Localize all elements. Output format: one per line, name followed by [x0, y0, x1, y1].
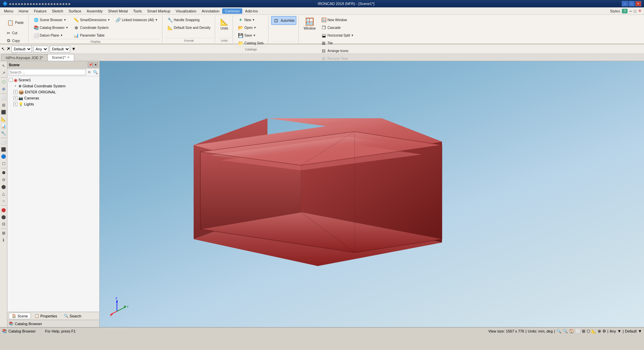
coordinate-system-button[interactable]: ⊕ Coordinate System: [71, 24, 112, 31]
tab-scene1[interactable]: Scene1* ✕: [47, 54, 74, 61]
sidebar-icon-2[interactable]: ↗: [0, 70, 7, 76]
window-button[interactable]: 🪟 Window: [301, 16, 318, 31]
tab-scene1-close[interactable]: ✕: [67, 56, 70, 59]
scene-browser-button[interactable]: 🌐 Scene Browser ▼: [31, 16, 71, 24]
maximize-button[interactable]: □: [629, 1, 635, 6]
sidebar-icon-24[interactable]: ℹ: [0, 237, 7, 244]
sidebar-icon-22[interactable]: ⊟: [0, 221, 7, 227]
menu-item-annotation[interactable]: Annotation: [199, 8, 222, 14]
cascade-button[interactable]: ❐ Cascade: [319, 24, 356, 31]
smart-dimensions-button[interactable]: 📏 SmartDimensions ▼: [71, 16, 112, 24]
close-button[interactable]: ✕: [635, 1, 641, 6]
tree-item-cameras[interactable]: + 📷 Cameras: [7, 95, 99, 101]
toolbar-icon-2[interactable]: ↗: [6, 46, 10, 51]
help-button[interactable]: ?: [622, 9, 627, 13]
default-chevron-icon[interactable]: ▼: [638, 329, 642, 334]
arrange-icons-button[interactable]: ⊟ Arrange Icons: [319, 47, 356, 54]
copy-button[interactable]: ⧉ Copy: [3, 37, 26, 44]
cut-button[interactable]: ✂ Cut: [3, 29, 26, 37]
sidebar-icon-19[interactable]: ○: [0, 198, 7, 204]
chevron-down-icon[interactable]: ▼: [617, 329, 622, 334]
tab-properties[interactable]: 📋 Properties: [32, 313, 60, 319]
sidebar-icon-12[interactable]: ⬛: [0, 146, 7, 153]
menu-item-common[interactable]: Common: [222, 8, 243, 14]
sidebar-icon-9[interactable]: 📊: [0, 123, 7, 130]
settings-icon[interactable]: ⚙: [602, 329, 606, 334]
menu-item-assembly[interactable]: Assembly: [84, 8, 105, 14]
new-window-button[interactable]: 🪟 New Window: [319, 16, 356, 24]
zoom-out-icon[interactable]: 🔍: [563, 329, 568, 334]
sidebar-icon-8[interactable]: 📐: [0, 116, 7, 123]
sidebar-icon-23[interactable]: ⊠: [0, 230, 7, 236]
new-button[interactable]: ✦ New ▼: [236, 16, 266, 24]
view-icon-1[interactable]: 🏠: [569, 329, 574, 334]
tree-expand-scene1[interactable]: -: [9, 78, 13, 82]
window-controls[interactable]: ─ □ ✕: [622, 1, 641, 6]
menu-maximize[interactable]: □: [634, 9, 636, 13]
tab-hipro-keycaps[interactable]: HiPro-Keycaps JOE 2*: [1, 54, 47, 61]
panel-pin-button[interactable]: 📌: [88, 62, 93, 67]
sidebar-icon-10[interactable]: 🔧: [0, 130, 7, 137]
sidebar-icon-5[interactable]: ⬜: [0, 95, 7, 101]
tree-item-scene1[interactable]: - ◉ Scene1: [7, 77, 99, 83]
select-default[interactable]: Default: [11, 46, 32, 52]
catalog-browser-button[interactable]: 📚 Catalog Browser ▼: [31, 24, 71, 31]
view-icon-5[interactable]: 📐: [591, 329, 596, 334]
menu-item-feature[interactable]: Feature: [31, 8, 49, 14]
units-button[interactable]: 📐 Units: [218, 16, 231, 31]
menu-item-menu[interactable]: Menu: [1, 8, 16, 14]
paste-button[interactable]: 📋 Paste: [3, 16, 26, 29]
tab-search[interactable]: 🔍 Search: [61, 313, 84, 319]
sidebar-icon-13[interactable]: 🔵: [0, 153, 7, 160]
datum-plane-button[interactable]: ⬜ Datum Plane ▼: [31, 32, 71, 39]
sidebar-icon-6[interactable]: ⊞: [0, 102, 7, 108]
sidebar-icon-20[interactable]: ⬤: [0, 207, 7, 213]
tree-item-enter-original[interactable]: + 📦 ENTER ORIGINAL: [7, 89, 99, 95]
menu-item-surface[interactable]: Surface: [66, 8, 84, 14]
minimize-button[interactable]: ─: [622, 1, 628, 6]
view-icon-2[interactable]: ⬜: [576, 329, 581, 334]
menu-item-sheet-metal[interactable]: Sheet Metal: [105, 8, 131, 14]
autohide-button[interactable]: ⊡ AutoHide: [271, 16, 296, 25]
linked-instances-button[interactable]: 🔗 Linked Instances (All) ▼: [113, 16, 160, 24]
menu-item-sketch[interactable]: Sketch: [49, 8, 66, 14]
menu-item-home[interactable]: Home: [16, 8, 31, 14]
zoom-in-icon[interactable]: 🔍: [556, 329, 561, 334]
sidebar-icon-17[interactable]: ⬤: [0, 183, 7, 190]
tree-item-coordinate[interactable]: + ⊕ Global Coordinate System: [7, 83, 99, 89]
sidebar-icon-7[interactable]: ⬛: [0, 109, 7, 116]
sidebar-icon-14[interactable]: ⬡: [0, 160, 7, 167]
tile-button[interactable]: ⊞ Tile: [319, 39, 356, 47]
search-options-button[interactable]: 🔍: [93, 70, 98, 75]
menu-item-smart-markup[interactable]: Smart Markup: [144, 8, 173, 14]
sidebar-icon-3[interactable]: ⬡: [0, 79, 7, 85]
search-input[interactable]: [9, 69, 86, 75]
default-size-button[interactable]: 📐 Default Size and Density: [165, 24, 213, 31]
tree-expand-cameras[interactable]: +: [13, 96, 17, 100]
menu-item-addins[interactable]: Add-Ins: [242, 8, 260, 14]
sidebar-icon-11[interactable]: ⬜: [0, 139, 7, 146]
default-label[interactable]: Default: [625, 329, 637, 333]
catalog-sets-button[interactable]: 📁 Catalog Sets: [236, 39, 266, 47]
toolbar-icon-3[interactable]: ▼: [71, 46, 76, 51]
catalog-browser-strip-label[interactable]: Catalog Browser: [8, 329, 36, 333]
search-clear-button[interactable]: ✕: [87, 70, 92, 75]
styles-label[interactable]: Styles: [610, 9, 620, 13]
view-icon-6[interactable]: ⊕: [598, 329, 601, 334]
view-icon-3[interactable]: ⊞: [582, 329, 585, 334]
sidebar-icon-21[interactable]: ⬤: [0, 214, 7, 220]
save-button[interactable]: 💾 Save ▼: [236, 32, 266, 39]
toolbar-icon-1[interactable]: ↖: [1, 46, 5, 51]
panel-close-button[interactable]: ✕: [93, 62, 98, 67]
sidebar-icon-15[interactable]: ⬢: [0, 169, 7, 176]
viewport[interactable]: Z Y X: [100, 61, 644, 327]
menu-minimize[interactable]: ─: [630, 9, 632, 13]
handle-snapping-button[interactable]: 🔧 Handle Snapping: [165, 16, 213, 24]
sidebar-icon-18[interactable]: △: [0, 190, 7, 197]
menu-item-tools[interactable]: Tools: [131, 8, 145, 14]
menu-close[interactable]: ✕: [638, 9, 641, 13]
sidebar-icon-16[interactable]: ⊖: [0, 176, 7, 183]
select-default2[interactable]: Default: [50, 46, 70, 52]
sidebar-icon-1[interactable]: ↖: [0, 62, 7, 69]
select-any[interactable]: Any: [33, 46, 48, 52]
